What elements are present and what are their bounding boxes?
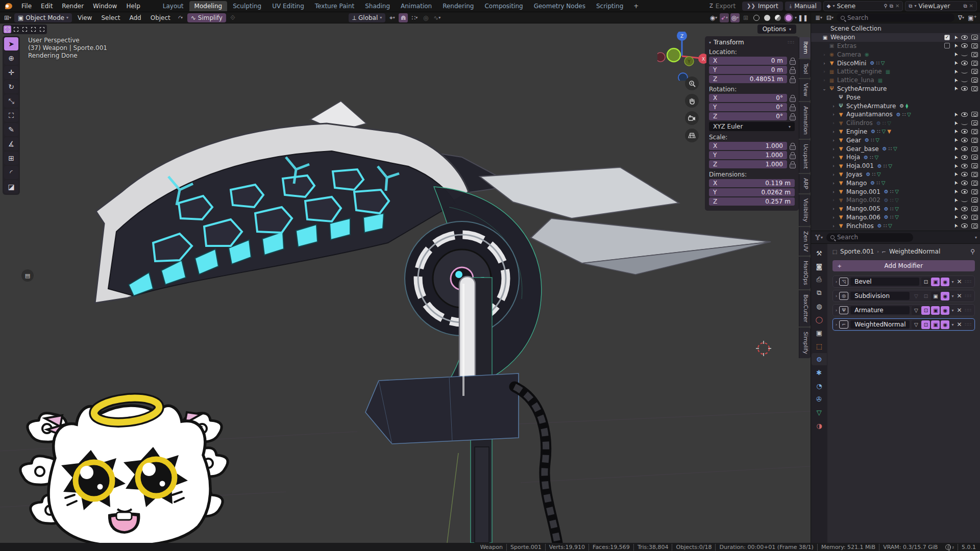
modifier-display-toggle[interactable]: ⊡ [921,306,930,315]
hide-eye-icon[interactable] [961,86,968,91]
pivot-point-dropdown[interactable]: ⌖▾ [387,13,397,22]
rotation-mode-dropdown[interactable]: XYZ Euler▾ [709,122,795,131]
blender-logo-icon[interactable] [4,3,13,10]
properties-search-input[interactable]: Search [826,233,913,242]
annotate-tool[interactable]: ✎ [4,123,18,136]
object-name[interactable]: Pose [846,94,861,101]
outliner-row[interactable]: › ▼ Mango ⚙∷▽ ➤ [811,179,980,187]
object-name[interactable]: Cilindros [846,119,873,127]
proportional-falloff-dropdown[interactable]: ∿▾ [432,13,442,22]
xray-toggle[interactable]: ⊞ [741,13,750,22]
tool[interactable]: ⚒ [812,247,827,259]
menu-select[interactable]: Select [97,14,124,22]
expander-icon[interactable]: › [830,223,837,229]
shading-material-button[interactable] [773,13,782,22]
expander-icon[interactable]: › [830,146,837,152]
modifier-display-toggle[interactable]: ⊡ [921,320,930,329]
outliner-editor-icon[interactable]: ≣▾ [814,13,823,22]
workspace-tab[interactable]: Geometry Nodes [529,1,591,11]
outliner-row[interactable]: › ▼ Mango.001 ⚙∷▽ ➤ [811,187,980,196]
world[interactable]: ◯ [812,313,827,325]
lock-icon[interactable] [790,58,795,64]
render-visibility-icon[interactable] [971,189,978,194]
show-gizmo-toggle[interactable]: ➶▾ [720,13,729,22]
selectable-icon[interactable]: ➤ [952,163,959,169]
object-name[interactable]: Joyas [846,171,863,178]
mode-selector[interactable]: ▣Object Mode▾ [14,13,72,22]
object-name[interactable]: Aguantamanos [846,111,893,118]
collection[interactable]: ▣ [812,327,827,339]
modifiers[interactable]: ⚙ [812,353,827,365]
object-name[interactable]: Gear_base [846,145,879,153]
hops-helper-dropdown[interactable]: ◜▾ [176,13,185,22]
show-overlays-toggle[interactable]: ◎▾ [730,13,740,22]
object-name[interactable]: Mango.005 [846,205,880,212]
perspective-toggle-button[interactable] [685,129,699,142]
hide-eye-icon[interactable] [961,146,968,151]
select-extend-button[interactable] [12,26,20,33]
hide-eye-icon[interactable] [961,129,968,134]
properties-editor-icon[interactable]: 🝖▾ [814,233,823,242]
sidebar-tab[interactable]: Item [799,37,811,58]
selectable-icon[interactable]: ➤ [952,68,959,74]
render-visibility-icon[interactable] [971,129,978,134]
particles[interactable]: ✱ [812,366,827,379]
lock-icon[interactable] [790,95,795,101]
navigation-gizmo[interactable]: Z X Y [657,32,706,81]
modifier-name-field[interactable]: Bevel [850,278,919,286]
options-dropdown[interactable]: Options▾ [757,24,796,34]
object-data[interactable]: ▽ [812,406,827,418]
modifier-display-toggle[interactable]: ◉ [941,306,949,315]
object-name[interactable]: Mango.002 [846,196,880,204]
editor-type-icon[interactable]: ⊞▾ [3,13,12,22]
rotate-tool[interactable]: ↻ [4,80,18,93]
copy-icon[interactable]: ⧉ [890,3,893,9]
delete-modifier-button[interactable]: ✕ [955,292,963,299]
hide-eye-icon[interactable] [961,223,968,228]
render-visibility-icon[interactable] [971,69,978,74]
hide-eye-icon[interactable] [961,155,968,160]
outliner-display-mode-icon[interactable]: ⊟▾ [825,13,835,22]
outliner-row[interactable]: › ▦ Lattice_engine ▦ ➤ [811,67,980,76]
render-visibility-icon[interactable] [971,138,978,143]
hide-eye-icon[interactable] [961,43,968,48]
expander-icon[interactable]: › [830,129,837,134]
dimension-field[interactable]: X 0.119 m [709,179,795,187]
expander-icon[interactable]: › [830,215,837,220]
move-tool[interactable]: ✛ [4,66,18,79]
object-name[interactable]: Lattice_engine [837,68,882,75]
drag-grip-icon[interactable]: ∷∷ [788,40,795,45]
zoom-button[interactable] [685,77,699,90]
selectable-icon[interactable]: ➤ [952,171,959,178]
dimension-field[interactable]: Z 0.257 m [709,197,795,206]
add-modifier-button[interactable]: ＋ Add Modifier [832,260,975,271]
render-visibility-icon[interactable] [971,112,978,117]
expand-icon[interactable]: › [836,279,838,284]
select-intersect-button[interactable] [38,26,46,33]
delete-modifier-button[interactable]: ✕ [955,321,963,328]
menu-edit[interactable]: Edit [37,2,57,11]
collapse-icon[interactable]: ▾ [709,40,711,45]
cursor-tool[interactable]: ⊕ [4,52,18,65]
add-cube-tool[interactable]: ⊞ [4,152,18,165]
sidebar-tab[interactable]: View [799,79,811,101]
outliner-row[interactable]: ⌄ Ψ ScytheArmature ➤ [811,85,980,93]
render-visibility-icon[interactable] [971,78,978,83]
shading-solid-button[interactable] [763,13,772,22]
expander-icon[interactable]: › [830,112,837,117]
workspace-tab[interactable]: Layout [158,1,189,11]
transform-field[interactable]: Y 1.000 [709,151,787,159]
expand-icon[interactable]: › [836,308,838,313]
render-visibility-icon[interactable] [971,163,978,168]
sidebar-tab[interactable]: BoxCutter [799,290,811,327]
breadcrumb-object[interactable]: Sporte.001 [840,248,874,255]
outliner-search-input[interactable]: Search [837,13,954,22]
outliner-row[interactable]: › ▼ Mango.006 ⚙∷▽ ➤ [811,213,980,222]
drag-grip-icon[interactable]: ∷∷ [965,279,972,284]
hide-eye-icon[interactable] [961,181,968,185]
hops-tool[interactable]: ◜ [4,166,18,179]
expand-icon[interactable]: › [836,293,838,298]
sidebar-tab[interactable]: ARP [799,174,811,193]
sidebar-tab[interactable]: Animation [799,102,811,139]
lock-icon[interactable] [790,104,795,110]
